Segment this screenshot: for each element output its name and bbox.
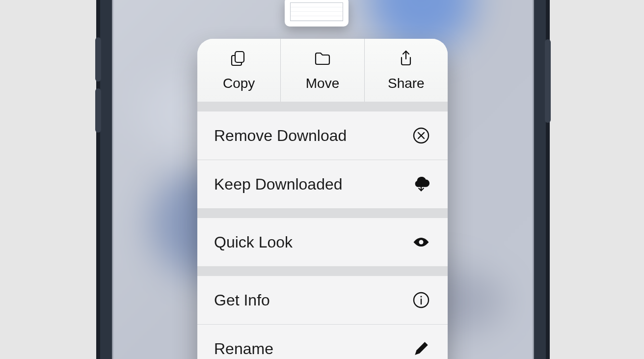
folder-icon [314, 50, 331, 71]
get-info-item[interactable]: Get Info [197, 276, 448, 324]
doc-on-doc-icon [230, 50, 248, 71]
info-circle-icon [411, 290, 431, 310]
pencil-icon [411, 339, 431, 359]
get-info-label: Get Info [214, 291, 270, 309]
quick-look-label: Quick Look [214, 233, 293, 251]
square-arrow-up-icon [397, 50, 415, 71]
power-button[interactable] [545, 39, 551, 123]
top-action-row: Copy Move Share [197, 39, 448, 102]
download-group: Remove Download Keep Downloaded [197, 111, 448, 208]
section-gap [197, 102, 448, 111]
remove-download-label: Remove Download [214, 127, 347, 145]
keep-downloaded-item[interactable]: Keep Downloaded [197, 160, 448, 208]
move-button[interactable]: Move [280, 39, 364, 102]
section-gap [197, 266, 448, 276]
context-menu: Copy Move Share [197, 39, 448, 359]
copy-button[interactable]: Copy [197, 39, 280, 102]
eye-fill-icon [411, 232, 431, 252]
quick-look-item[interactable]: Quick Look [197, 218, 448, 266]
phone-body: Copy Move Share [100, 0, 546, 359]
file-preview-thumbnail[interactable] [285, 0, 349, 27]
move-label: Move [306, 76, 339, 91]
svg-rect-0 [235, 52, 244, 62]
share-label: Share [388, 76, 425, 91]
svg-point-2 [419, 240, 423, 244]
copy-label: Copy [223, 76, 255, 91]
x-circle-icon [411, 126, 431, 145]
volume-down-button[interactable] [95, 88, 101, 133]
volume-up-button[interactable] [95, 37, 101, 82]
cloud-download-fill-icon [411, 174, 431, 194]
rename-item[interactable]: Rename [197, 324, 448, 359]
quicklook-group: Quick Look [197, 218, 448, 266]
stage: Copy Move Share [0, 0, 644, 359]
keep-downloaded-label: Keep Downloaded [214, 175, 343, 193]
section-gap [197, 208, 448, 218]
rename-label: Rename [214, 340, 273, 358]
spreadsheet-preview-icon [290, 2, 343, 21]
phone-screen: Copy Move Share [112, 0, 534, 359]
svg-point-5 [420, 296, 422, 297]
share-button[interactable]: Share [364, 39, 448, 102]
info-group: Get Info Rename Compress [197, 276, 448, 359]
remove-download-item[interactable]: Remove Download [197, 111, 448, 160]
